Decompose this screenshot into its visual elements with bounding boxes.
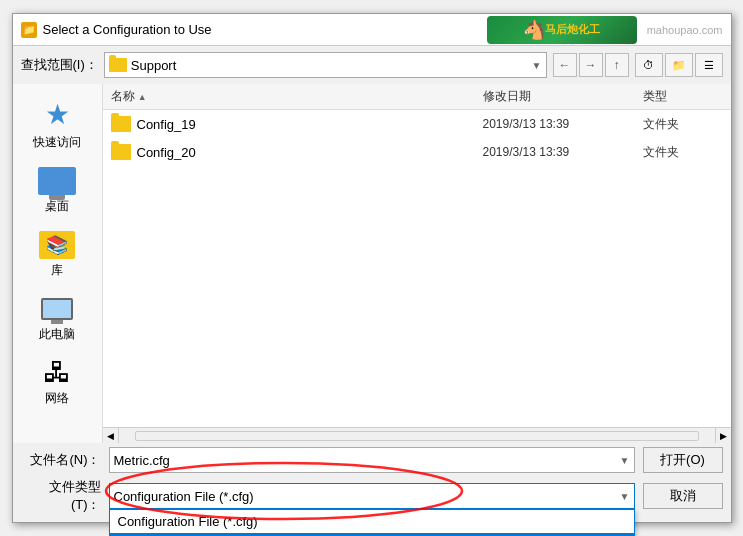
- scroll-right-button[interactable]: ▶: [715, 428, 731, 444]
- file-name: Config_19: [137, 117, 196, 132]
- filename-row: 文件名(N)： Metric.cfg ▼ 打开(O): [21, 447, 723, 473]
- view-button[interactable]: ☰: [695, 53, 723, 77]
- col-type-header[interactable]: 类型: [643, 88, 723, 105]
- path-selector[interactable]: Support ▼: [104, 52, 547, 78]
- sidebar-item-pc[interactable]: 此电脑: [17, 289, 97, 349]
- pc-monitor-icon: [41, 298, 73, 320]
- bottom-section: 文件名(N)： Metric.cfg ▼ 打开(O) 文件类型(T)： Conf…: [13, 443, 731, 522]
- file-name-cell: Config_20: [111, 144, 483, 160]
- sidebar-item-library[interactable]: 📚 库: [17, 225, 97, 285]
- sidebar-item-desktop[interactable]: 桌面: [17, 161, 97, 221]
- nav-buttons: ← → ↑: [553, 53, 629, 77]
- toolbar: 查找范围(I)： Support ▼ ← → ↑ ⏱ 📁 ☰: [13, 46, 731, 84]
- file-area: 名称 ▲ 修改日期 类型 Config_19 2019/3/13 13:39 文…: [103, 84, 731, 443]
- folder-icon: [109, 58, 127, 72]
- file-name-cell: Config_19: [111, 116, 483, 132]
- cancel-button[interactable]: 取消: [643, 483, 723, 509]
- sidebar-item-network[interactable]: 🖧 网络: [17, 353, 97, 413]
- filetype-row: 文件类型(T)： Configuration File (*.cfg) ▼ Co…: [21, 478, 723, 514]
- dialog-title: Select a Configuration to Use: [43, 22, 481, 37]
- scroll-left-button[interactable]: ◀: [103, 428, 119, 444]
- folder-icon: [111, 144, 131, 160]
- horizontal-scrollbar[interactable]: ◀ ▶: [103, 427, 731, 443]
- table-row[interactable]: Config_20 2019/3/13 13:39 文件夹: [103, 138, 731, 166]
- desktop-icon: [38, 167, 76, 195]
- filetype-wrapper: Configuration File (*.cfg) ▼ Configurati…: [109, 483, 635, 509]
- sidebar-label-library: 库: [51, 262, 63, 279]
- col-name-header[interactable]: 名称 ▲: [111, 88, 483, 105]
- filetype-value: Configuration File (*.cfg): [114, 489, 254, 504]
- open-button[interactable]: 打开(O): [643, 447, 723, 473]
- file-name: Config_20: [137, 145, 196, 160]
- sidebar: ★ 快速访问 桌面 📚 库 此电脑 🖧 网络: [13, 84, 103, 443]
- library-icon: 📚: [39, 231, 75, 259]
- filetype-label: 文件类型(T)：: [21, 478, 101, 514]
- watermark-horse-icon: 🐴: [523, 19, 545, 41]
- pc-icon: [38, 295, 76, 323]
- filetype-dropdown-arrow[interactable]: ▼: [620, 491, 630, 502]
- star-icon: ★: [45, 98, 70, 131]
- watermark-text: 马后炮化工: [545, 22, 600, 37]
- col-date-header[interactable]: 修改日期: [483, 88, 643, 105]
- toolbar-label: 查找范围(I)：: [21, 56, 98, 74]
- path-text: Support: [131, 58, 528, 73]
- sidebar-label-desktop: 桌面: [45, 198, 69, 215]
- file-header: 名称 ▲ 修改日期 类型: [103, 84, 731, 110]
- nav-back-button[interactable]: ←: [553, 53, 577, 77]
- file-date-cell: 2019/3/13 13:39: [483, 117, 643, 131]
- nav-forward-button[interactable]: →: [579, 53, 603, 77]
- folder-icon: [111, 116, 131, 132]
- new-folder-button[interactable]: 📁: [665, 53, 693, 77]
- filename-value: Metric.cfg: [114, 453, 170, 468]
- filetype-input[interactable]: Configuration File (*.cfg) ▼: [109, 483, 635, 509]
- filename-label: 文件名(N)：: [21, 451, 101, 469]
- filetype-option-1[interactable]: Configuration File (*.cfg): [110, 510, 634, 533]
- watermark-logo: 🐴 马后炮化工: [487, 16, 637, 44]
- sort-arrow: ▲: [138, 92, 147, 102]
- watermark-url: mahoupao.com: [647, 24, 723, 36]
- file-type-cell: 文件夹: [643, 116, 723, 133]
- table-row[interactable]: Config_19 2019/3/13 13:39 文件夹: [103, 110, 731, 138]
- network-icon: 🖧: [43, 359, 71, 387]
- file-list: Config_19 2019/3/13 13:39 文件夹 Config_20 …: [103, 110, 731, 427]
- file-date-cell: 2019/3/13 13:39: [483, 145, 643, 159]
- filetype-dropdown-menu: Configuration File (*.cfg) Configuration…: [109, 509, 635, 536]
- sidebar-label-pc: 此电脑: [39, 326, 75, 343]
- filename-input[interactable]: Metric.cfg ▼: [109, 447, 635, 473]
- sidebar-label-quick-access: 快速访问: [33, 134, 81, 151]
- main-content: ★ 快速访问 桌面 📚 库 此电脑 🖧 网络: [13, 84, 731, 443]
- titlebar: 📁 Select a Configuration to Use 🐴 马后炮化工 …: [13, 14, 731, 46]
- scrollbar-track: [135, 431, 699, 441]
- nav-up-button[interactable]: ↑: [605, 53, 629, 77]
- file-type-cell: 文件夹: [643, 144, 723, 161]
- titlebar-icon: 📁: [21, 22, 37, 38]
- filename-dropdown-arrow[interactable]: ▼: [620, 455, 630, 466]
- dialog-window: 📁 Select a Configuration to Use 🐴 马后炮化工 …: [12, 13, 732, 523]
- extra-buttons: ⏱ 📁 ☰: [635, 53, 723, 77]
- sidebar-item-quick-access[interactable]: ★ 快速访问: [17, 92, 97, 157]
- path-dropdown-arrow[interactable]: ▼: [532, 60, 542, 71]
- sidebar-label-network: 网络: [45, 390, 69, 407]
- recent-button[interactable]: ⏱: [635, 53, 663, 77]
